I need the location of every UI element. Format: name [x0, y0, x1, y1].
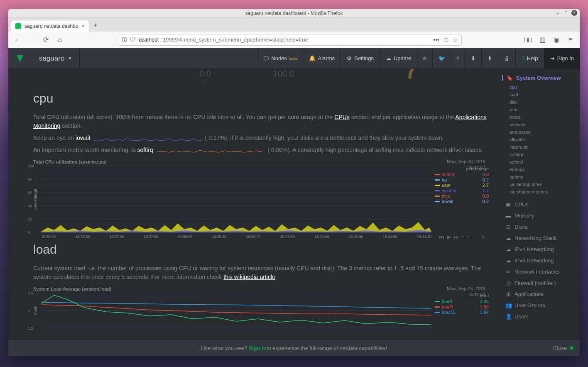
sidebar-cat-user-groups[interactable]: 👥User Groups	[502, 300, 576, 311]
library-icon[interactable]: ⫿⫿⫿	[522, 34, 534, 46]
legend-row[interactable]: nice0.0	[435, 193, 489, 198]
nav-github[interactable]: ⎋	[417, 48, 432, 69]
cpus-link[interactable]: CPUs	[334, 114, 350, 120]
page-actions-icon[interactable]: •••	[433, 37, 439, 43]
window-title: saguaro netdata dashboard - Mozilla Fire…	[245, 10, 343, 16]
sidebar-cat-networking-stack[interactable]: ☁Networking Stack	[502, 232, 576, 244]
sidebar-sub-ram[interactable]: ram	[502, 106, 576, 113]
sidebar-sub-idlejitter[interactable]: idlejitter	[502, 136, 576, 143]
url-host: localhost	[137, 37, 159, 43]
nav-settings[interactable]: ⚙Settings	[341, 48, 380, 69]
nav-help[interactable]: ?Help	[515, 48, 544, 69]
home-button[interactable]: ⌂	[54, 34, 66, 46]
back-button[interactable]: ←	[12, 34, 23, 46]
promo-signin-link[interactable]: Sign in	[249, 345, 267, 351]
sidebar-cat-memory[interactable]: ▬Memory	[502, 210, 576, 221]
legend-row[interactable]: load11.35	[435, 299, 489, 304]
sidebar-cat-disks[interactable]: ⊟Disks	[502, 221, 576, 232]
sidebar-sub-softnet[interactable]: softnet	[502, 158, 576, 166]
cpu-chart: Total CPU utilization (system.cpu) Mon, …	[33, 159, 489, 232]
nav-upload[interactable]: ⬆	[481, 48, 498, 69]
window-titlebar: saguaro netdata dashboard - Mozilla Fire…	[8, 9, 580, 17]
nav-nodes[interactable]: 🖵Nodes beta	[257, 48, 302, 69]
sidebar-system-overview[interactable]: 🔖 System Overview	[502, 75, 576, 81]
sidebar-sub-ipc-shared-memory[interactable]: ipc shared memory	[502, 188, 576, 196]
github-icon: ⎋	[423, 55, 426, 61]
promo-bar: Like what you see? Sign in to experience…	[8, 340, 580, 356]
sidebar-sub-interrupts[interactable]: interrupts	[502, 143, 576, 151]
sidebar-cat-firewall-netfilter-[interactable]: ◎Firewall (netfilter)	[502, 277, 576, 289]
chart-zoom-in-icon[interactable]: +	[461, 234, 465, 240]
legend-swatch-icon	[435, 196, 440, 197]
chart-expand-icon[interactable]: ⇳	[481, 234, 485, 240]
nav-update[interactable]: ☁Update	[380, 48, 417, 69]
tab-favicon-icon	[15, 23, 21, 29]
gear-icon: ⚙	[347, 55, 352, 61]
nav-twitter[interactable]: 🐦	[432, 48, 451, 69]
chart-play-icon[interactable]: ▶	[447, 234, 451, 240]
sidebar-cat-ipv6-networking[interactable]: ☁IPv6 Networking	[502, 255, 576, 266]
pocket-icon[interactable]: ⬡	[443, 37, 448, 43]
info-icon[interactable]: ⓘ	[122, 36, 127, 44]
account-icon[interactable]: ◉	[551, 34, 562, 46]
bookmark-icon[interactable]: ☆	[453, 37, 458, 43]
sidebar-sub-entropy[interactable]: entropy	[502, 166, 576, 173]
browser-tab[interactable]: saguaro netdata dashbo ×	[11, 20, 89, 32]
sidebar-sub-load[interactable]: load	[502, 91, 576, 98]
legend-row[interactable]: softirq0.0	[435, 172, 489, 177]
nav-print[interactable]: 🖨	[498, 48, 515, 69]
promo-close-button[interactable]: Close ✖	[553, 345, 574, 351]
window-maximize-icon[interactable]: ⌃	[563, 10, 569, 16]
legend-row[interactable]: system1.7	[435, 188, 489, 193]
load-plot-area[interactable]: 2.5 2 1.5	[41, 293, 431, 328]
sidebar-cat-network-interfaces[interactable]: ≡Network Interfaces	[502, 266, 576, 277]
sidebar-sub-disk[interactable]: disk	[502, 98, 576, 106]
sidebar-sub-cpu[interactable]: cpu	[502, 83, 576, 91]
download-icon: ⬇	[471, 55, 475, 61]
sidebar-icon[interactable]: ▥	[537, 34, 548, 46]
sidebar-cat-users[interactable]: 👤Users	[502, 311, 576, 322]
legend-row[interactable]: irq0.2	[435, 177, 489, 182]
legend-row[interactable]: iowait0.2	[435, 199, 489, 204]
nav-signin[interactable]: ➜Sign In	[544, 48, 580, 69]
hostname-selector[interactable]: saguaro ▼	[32, 48, 80, 69]
url-input[interactable]: ⓘ 🛡 localhost:19999/#menu_system_submenu…	[118, 34, 462, 46]
sidebar-cat-cpus[interactable]: ▣CPUs	[502, 199, 576, 210]
chart-zoom-out-icon[interactable]: −	[467, 234, 470, 240]
sidebar-sub-swap[interactable]: swap	[502, 113, 576, 121]
sidebar-sub-network[interactable]: network	[502, 121, 576, 128]
netdata-logo-icon[interactable]	[8, 54, 32, 64]
window-minimize-icon[interactable]: ⌄	[555, 10, 561, 16]
legend-row[interactable]: user2.7	[435, 183, 489, 188]
forward-button[interactable]: →	[26, 34, 37, 46]
main-content: 0.0% 100.0 cpu Total CPU utilization (al…	[8, 69, 499, 356]
sidebar-sub-softirqs[interactable]: softirqs	[502, 151, 576, 158]
softirq-value: 0.00%	[271, 147, 288, 153]
reload-button[interactable]: ⟳	[40, 34, 51, 46]
wikipedia-link[interactable]: this wikipedia article	[223, 274, 275, 280]
menu-icon[interactable]: ≡	[565, 34, 576, 46]
sidebar-sub-processes[interactable]: processes	[502, 128, 576, 136]
nav-alarms[interactable]: 🔔Alarms	[303, 48, 341, 69]
legend-row[interactable]: load151.94	[435, 310, 489, 315]
sidebar-cat-applications[interactable]: ⊞Applications	[502, 289, 576, 300]
twitter-icon: 🐦	[439, 55, 445, 61]
nav-facebook[interactable]: f	[451, 48, 465, 69]
sidebar-cat-ipv4-networking[interactable]: ☁IPv4 Networking	[502, 244, 576, 255]
new-tab-button[interactable]: +	[89, 19, 101, 32]
nav-download[interactable]: ⬇	[465, 48, 481, 69]
load-legend: load load11.35load51.60load151.94	[435, 293, 489, 328]
category-icon: ⊞	[505, 291, 511, 297]
chart-rewind-icon[interactable]: ⏮	[439, 234, 444, 240]
url-toolbar: ← → ⟳ ⌂ ⓘ 🛡 localhost:19999/#menu_system…	[8, 32, 580, 48]
cpu-plot-area[interactable]: 100 80 60 40 20 0 16:36:0016:36:301	[41, 166, 431, 232]
chart-forward-icon[interactable]: ⏭	[453, 234, 459, 240]
legend-row[interactable]: load51.60	[435, 304, 489, 309]
sidebar-sub-ipc-semaphores[interactable]: ipc semaphores	[502, 181, 576, 188]
tv-icon: 🖵	[263, 55, 269, 61]
browser-tabbar: saguaro netdata dashbo × +	[8, 17, 580, 32]
shield-icon[interactable]: 🛡	[130, 37, 135, 43]
tab-close-icon[interactable]: ×	[81, 23, 85, 29]
window-close-icon[interactable]: ×	[571, 10, 577, 16]
sidebar-sub-uptime[interactable]: uptime	[502, 173, 576, 181]
